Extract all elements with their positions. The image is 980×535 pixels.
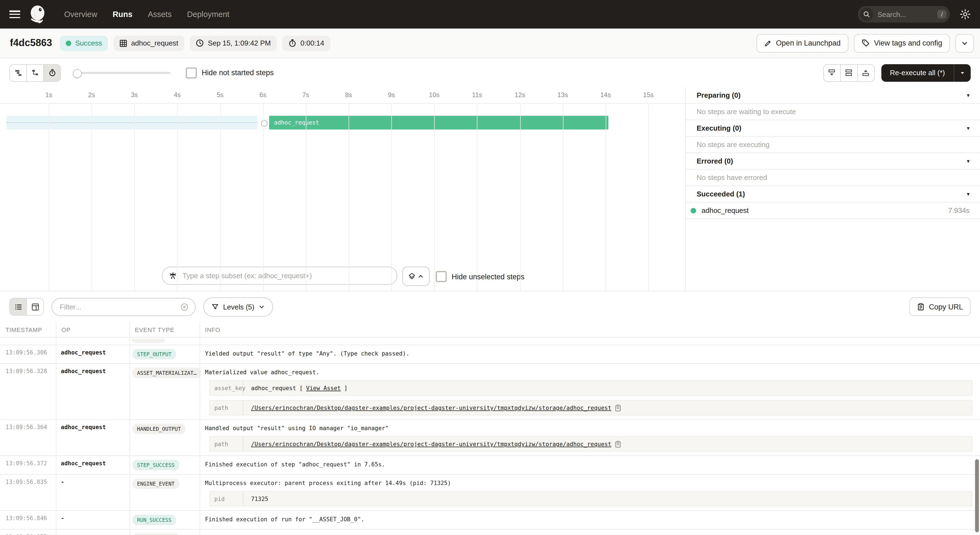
view-tags-config-button[interactable]: View tags and config (854, 34, 950, 53)
event-type-badge: ENGINE_EVENT (133, 479, 179, 489)
step-duration: 7.934s (948, 206, 970, 214)
status-section-header[interactable]: Preparing (0)▾ (686, 87, 980, 104)
log-filter-input[interactable] (59, 302, 180, 311)
nav-item-overview[interactable]: Overview (64, 10, 97, 19)
caret-down-icon: ▾ (967, 158, 970, 164)
status-step-row[interactable]: adhoc_request7.934s (686, 203, 980, 219)
status-section-empty: No steps have errored (686, 169, 980, 186)
copy-path-icon[interactable] (615, 404, 622, 411)
status-section-header[interactable]: Errored (0)▾ (686, 153, 980, 169)
axis-gridline (49, 103, 49, 291)
dagster-logo-icon[interactable] (28, 5, 48, 24)
step-selector-button[interactable] (402, 267, 430, 286)
gantt-view-mode-group (9, 64, 61, 81)
metadata-value-text: 71325 (251, 495, 268, 502)
menu-icon[interactable] (9, 10, 20, 18)
open-launchpad-button[interactable]: Open in Launchpad (756, 34, 848, 53)
nav-item-deployment[interactable]: Deployment (187, 10, 229, 19)
gantt-timed-view-button[interactable] (44, 64, 60, 81)
slider-handle[interactable] (73, 69, 82, 78)
nav-item-assets[interactable]: Assets (148, 10, 172, 19)
log-row: 13:09:56.364adhoc_requestHANDLED_OUTPUTH… (0, 420, 980, 456)
step-subset-input-wrap[interactable] (162, 267, 398, 285)
log-op: adhoc_request (56, 345, 129, 359)
log-info: Process for run exited (pid: 71325). (199, 530, 980, 535)
collapse-panel-down-button[interactable] (824, 64, 840, 81)
gantt-step-bar[interactable]: adhoc_request (269, 116, 608, 129)
split-panels-button[interactable] (840, 64, 858, 81)
levels-dropdown[interactable]: Levels (5) (204, 297, 273, 316)
log-column-header: TIMESTAMP (0, 326, 56, 333)
log-info-text: Handled output "result" using IO manager… (205, 423, 972, 432)
log-info-text: Finished execution of run for "__ASSET_J… (205, 515, 972, 523)
hide-unselected-checkbox[interactable]: Hide unselected steps (436, 271, 525, 282)
step-status-dot (690, 208, 696, 213)
log-list-view-button[interactable] (10, 299, 27, 315)
gear-icon[interactable] (960, 9, 971, 20)
status-section-header[interactable]: Executing (0)▾ (686, 120, 980, 137)
top-nav: OverviewRunsAssetsDeployment / (0, 0, 980, 29)
log-info-text: Materialized value adhoc_request. (205, 367, 972, 376)
axis-gridline (648, 103, 649, 291)
axis-tick-label: 13s (557, 91, 568, 99)
view-asset-link[interactable]: View Asset (306, 385, 340, 391)
search-input[interactable] (873, 10, 937, 18)
log-event-type: STEP_OUTPUT (129, 345, 199, 363)
reexecute-menu-button[interactable] (954, 64, 971, 81)
axis-tick-label: 14s (600, 91, 611, 99)
bracket: [ (299, 385, 303, 391)
log-column-header: OP (56, 326, 129, 333)
log-scrollbar-thumb[interactable] (975, 459, 979, 532)
gantt-waterfall-view-button[interactable] (27, 64, 44, 81)
clipboard-icon (917, 303, 924, 311)
axis-gridline (434, 103, 435, 291)
log-op: adhoc_request (56, 364, 129, 378)
column-divider (199, 322, 200, 535)
metadata-entry: path/Users/erincochran/Desktop/dagster-e… (209, 436, 972, 452)
gantt-toolbar: Hide not started steps Re-execute all (*… (0, 58, 980, 87)
funnel-icon (212, 303, 219, 310)
log-view-mode-group (9, 298, 44, 316)
collapse-panel-up-button[interactable] (858, 64, 874, 81)
nav-item-runs[interactable]: Runs (113, 10, 133, 19)
panel-layout-group (823, 64, 875, 81)
axis-tick-label: 4s (174, 91, 181, 99)
gantt-flat-view-button[interactable] (10, 64, 27, 81)
metadata-path-link[interactable]: /Users/erincochran/Desktop/dagster-examp… (251, 404, 611, 411)
log-event-type: HANDLED_OUTPUT (129, 420, 199, 438)
log-row: 13:09:56.372adhoc_requestSTEP_SUCCESSFin… (0, 456, 980, 474)
run-actions-menu-button[interactable] (955, 34, 974, 53)
log-timestamp: 13:09:56.328 (0, 364, 56, 378)
copy-path-icon[interactable] (615, 440, 622, 447)
log-structured-view-button[interactable] (27, 299, 43, 315)
log-info-text: Multiprocess executor: parent process ex… (205, 479, 972, 487)
log-row: 13:09:56.306adhoc_requestSTEP_OUTPUTYiel… (0, 345, 980, 364)
clear-filter-icon[interactable] (180, 303, 189, 311)
status-section-title: Succeeded (1) (697, 190, 745, 198)
axis-tick-label: 11s (472, 91, 482, 99)
step-subset-input[interactable] (181, 271, 390, 280)
job-grid-icon (119, 39, 127, 47)
log-rows: 13:09:56.306adhoc_requestSTEP_OUTPUTYiel… (0, 345, 980, 535)
log-op: - (56, 474, 129, 489)
job-pill[interactable]: adhoc_request (113, 35, 184, 51)
log-timestamp: 13:09:56.306 (0, 345, 56, 359)
log-table-header: TIMESTAMPOPEVENT TYPEINFO (0, 322, 980, 337)
axis-gridline (220, 103, 221, 291)
metadata-path-link[interactable]: /Users/erincochran/Desktop/dagster-examp… (251, 441, 611, 447)
log-filter-wrap[interactable] (51, 298, 196, 316)
caret-down-icon: ▾ (967, 92, 970, 98)
reexecute-all-button[interactable]: Re-execute all (*) (881, 64, 954, 81)
axis-gridline (348, 103, 349, 291)
stopwatch-icon (288, 39, 296, 47)
copy-url-button[interactable]: Copy URL (909, 297, 971, 316)
chevron-down-icon (959, 69, 966, 76)
log-event-type: ENGINE_EVENT (129, 530, 199, 535)
search-input-wrap[interactable]: / (858, 6, 950, 22)
metadata-key: path (210, 437, 243, 451)
hide-not-started-checkbox[interactable]: Hide not started steps (186, 67, 274, 78)
gantt-zoom-slider[interactable] (73, 64, 170, 81)
axis-gridline (177, 103, 178, 291)
status-section-header[interactable]: Succeeded (1)▾ (686, 186, 980, 203)
nav-items: OverviewRunsAssetsDeployment (64, 10, 229, 19)
